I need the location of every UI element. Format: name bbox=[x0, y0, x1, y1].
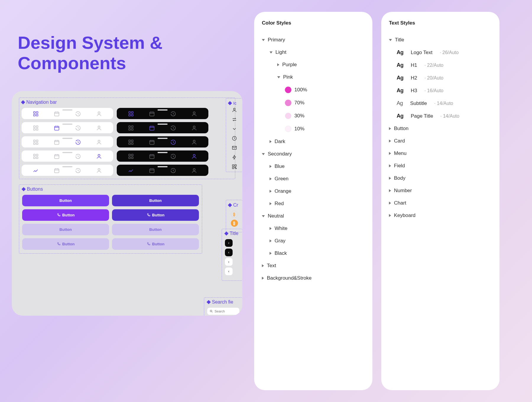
swatch-10[interactable]: 10% bbox=[262, 122, 365, 135]
mail-icon bbox=[232, 145, 237, 150]
crypto-label: Cr bbox=[228, 202, 240, 208]
button-muted-icon[interactable]: Button bbox=[22, 238, 109, 250]
navbar-dark[interactable] bbox=[117, 165, 208, 176]
svg-rect-56 bbox=[235, 165, 236, 166]
user-icon bbox=[191, 111, 197, 117]
button-primary-icon[interactable]: Button bbox=[112, 209, 199, 221]
clock-icon bbox=[232, 136, 237, 141]
tree-item-blue[interactable]: Blue bbox=[262, 160, 365, 173]
tree-item-gray[interactable]: Gray bbox=[262, 235, 365, 247]
tree-item-light[interactable]: Light bbox=[262, 46, 365, 59]
preview-card: Navigation bar bbox=[12, 91, 242, 316]
navbar-dark[interactable] bbox=[117, 136, 208, 147]
svg-rect-10 bbox=[150, 112, 154, 116]
user-icon bbox=[232, 107, 237, 113]
user-icon bbox=[96, 168, 102, 174]
tree-item-dark[interactable]: Dark bbox=[262, 135, 365, 148]
icons-section: Ic bbox=[226, 98, 242, 172]
navbar-dark[interactable] bbox=[117, 122, 208, 133]
svg-rect-37 bbox=[36, 154, 38, 156]
tree-item-pink[interactable]: Pink bbox=[262, 71, 365, 83]
calendar-icon bbox=[54, 139, 60, 145]
navbar-light[interactable] bbox=[22, 108, 113, 119]
nav-section-label: Navigation bar bbox=[22, 100, 233, 105]
back-button-dark[interactable]: ‹ bbox=[225, 239, 233, 247]
svg-rect-18 bbox=[129, 126, 130, 128]
text-style-h1[interactable]: Ag H1 · 22/Auto bbox=[389, 59, 492, 72]
tree-item-button[interactable]: Button bbox=[389, 122, 492, 135]
tree-item-keyboard[interactable]: Keyboard bbox=[389, 209, 492, 222]
swatch-30[interactable]: 30% bbox=[262, 109, 365, 122]
history-icon bbox=[75, 125, 81, 131]
svg-rect-0 bbox=[33, 112, 35, 114]
back-button-light[interactable]: ‹ bbox=[225, 268, 233, 275]
svg-point-17 bbox=[98, 126, 100, 128]
button-muted[interactable]: Button bbox=[22, 224, 109, 235]
tree-item-green[interactable]: Green bbox=[262, 173, 365, 185]
grid-icon bbox=[33, 111, 39, 117]
tree-item-bg[interactable]: Background&Stroke bbox=[262, 272, 365, 284]
chart-icon bbox=[33, 168, 39, 174]
svg-point-49 bbox=[98, 168, 100, 171]
text-style-page-title[interactable]: Ag Page Title · 14/Auto bbox=[389, 110, 492, 122]
calendar-icon bbox=[149, 153, 155, 159]
tree-item-black[interactable]: Black bbox=[262, 247, 365, 260]
svg-point-11 bbox=[193, 112, 195, 114]
color-panel-title: Color Styles bbox=[262, 20, 365, 26]
tree-item-white[interactable]: White bbox=[262, 222, 365, 235]
navbar-light[interactable] bbox=[22, 150, 113, 162]
svg-rect-57 bbox=[232, 167, 234, 169]
navbar-light[interactable] bbox=[22, 122, 113, 133]
tree-item-title-group[interactable]: Title bbox=[389, 34, 492, 46]
button-primary[interactable]: Button bbox=[112, 195, 199, 206]
navbar-light[interactable] bbox=[22, 165, 113, 176]
tree-item-purple[interactable]: Purple bbox=[262, 59, 365, 71]
svg-rect-20 bbox=[129, 129, 130, 130]
svg-rect-8 bbox=[129, 114, 130, 116]
button-primary[interactable]: Button bbox=[22, 195, 109, 206]
tree-item-red[interactable]: Red bbox=[262, 197, 365, 210]
tree-item-primary[interactable]: Primary bbox=[262, 34, 365, 46]
button-primary-icon[interactable]: Button bbox=[22, 209, 109, 221]
svg-rect-16 bbox=[55, 126, 59, 130]
navbar-dark[interactable] bbox=[117, 150, 208, 162]
svg-rect-55 bbox=[232, 165, 234, 166]
button-muted[interactable]: Button bbox=[112, 224, 199, 235]
search-input[interactable]: Search bbox=[207, 308, 239, 315]
svg-rect-9 bbox=[131, 114, 133, 116]
tree-item-body[interactable]: Body bbox=[389, 172, 492, 184]
history-icon bbox=[170, 111, 176, 117]
tree-item-text[interactable]: Text bbox=[262, 260, 365, 272]
swatch-70[interactable]: 70% bbox=[262, 96, 365, 109]
swap-icon bbox=[232, 117, 237, 122]
history-icon bbox=[75, 111, 81, 117]
back-button-dark[interactable]: ‹ bbox=[225, 249, 233, 256]
tree-item-orange[interactable]: Orange bbox=[262, 185, 365, 197]
back-button-light[interactable]: ‹ bbox=[225, 258, 233, 266]
svg-rect-25 bbox=[36, 140, 38, 142]
qr-icon bbox=[232, 164, 237, 169]
text-panel-title: Text Styles bbox=[389, 20, 492, 26]
text-style-subtitle[interactable]: Ag Subtitle · 14/Auto bbox=[389, 97, 492, 110]
navbar-dark[interactable] bbox=[117, 108, 208, 119]
tree-item-neutral[interactable]: Neutral bbox=[262, 210, 365, 222]
tree-item-field[interactable]: Field bbox=[389, 160, 492, 172]
color-styles-panel: Color Styles Primary Light Purple Pink 1… bbox=[254, 12, 372, 390]
calendar-icon bbox=[149, 125, 155, 131]
svg-point-51 bbox=[193, 168, 195, 171]
history-icon bbox=[170, 168, 176, 174]
tree-item-card[interactable]: Card bbox=[389, 135, 492, 147]
tree-item-chart[interactable]: Chart bbox=[389, 197, 492, 209]
text-style-h2[interactable]: Ag H2 · 20/Auto bbox=[389, 72, 492, 84]
svg-rect-26 bbox=[33, 143, 35, 145]
svg-rect-33 bbox=[131, 143, 133, 145]
tree-item-number[interactable]: Number bbox=[389, 184, 492, 197]
navbar-light[interactable] bbox=[22, 136, 113, 147]
phone-icon bbox=[57, 242, 61, 246]
tree-item-menu[interactable]: Menu bbox=[389, 147, 492, 160]
text-style-logo[interactable]: Ag Logo Text · 26/Auto bbox=[389, 46, 492, 59]
button-muted-icon[interactable]: Button bbox=[112, 238, 199, 250]
text-style-h3[interactable]: Ag H3 · 16/Auto bbox=[389, 84, 492, 97]
tree-item-secondary[interactable]: Secondary bbox=[262, 148, 365, 160]
swatch-100[interactable]: 100% bbox=[262, 83, 365, 96]
